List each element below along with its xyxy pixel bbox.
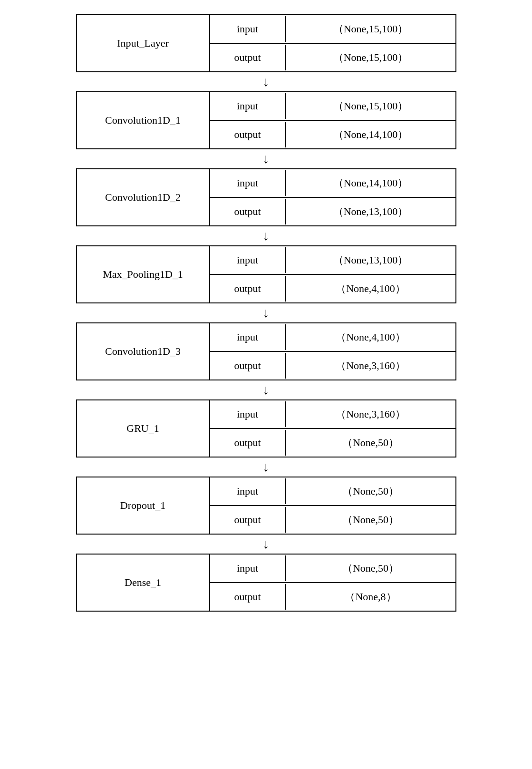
input-value-gru-1: （None,3,160）: [286, 400, 455, 428]
arrow-5: ↓: [263, 458, 270, 477]
input-label-dropout-1: input: [210, 478, 286, 504]
layer-block-conv1d-1: Convolution1D_1input（None,15,100）output（…: [76, 91, 456, 149]
layer-block-input-layer: Input_Layerinput（None,15,100）output（None…: [76, 14, 456, 72]
layer-name-dense-1: Dense_1: [77, 555, 210, 611]
input-row-dense-1: input（None,50）: [210, 555, 455, 583]
layer-name-conv1d-2: Convolution1D_2: [77, 169, 210, 225]
output-value-gru-1: （None,50）: [286, 429, 455, 457]
output-value-conv1d-2: （None,13,100）: [286, 198, 455, 225]
layer-io-gru-1: input（None,3,160）output（None,50）: [210, 400, 455, 457]
input-label-conv1d-3: input: [210, 324, 286, 350]
output-label-max-pooling-1: output: [210, 276, 286, 302]
arrow-1: ↓: [263, 149, 270, 168]
output-label-conv1d-2: output: [210, 199, 286, 224]
input-row-conv1d-2: input（None,14,100）: [210, 169, 455, 198]
output-label-dense-1: output: [210, 584, 286, 610]
layer-block-conv1d-2: Convolution1D_2input（None,14,100）output（…: [76, 168, 456, 226]
input-label-conv1d-1: input: [210, 93, 286, 119]
input-value-max-pooling-1: （None,13,100）: [286, 246, 455, 274]
input-value-conv1d-1: （None,15,100）: [286, 92, 455, 120]
output-row-dropout-1: output（None,50）: [210, 506, 455, 534]
layer-name-dropout-1: Dropout_1: [77, 477, 210, 534]
input-label-max-pooling-1: input: [210, 247, 286, 273]
input-label-dense-1: input: [210, 555, 286, 581]
output-value-dropout-1: （None,50）: [286, 506, 455, 534]
layer-name-input-layer: Input_Layer: [77, 15, 210, 71]
input-row-max-pooling-1: input（None,13,100）: [210, 246, 455, 275]
output-row-input-layer: output（None,15,100）: [210, 44, 455, 71]
layer-io-conv1d-3: input（None,4,100）output（None,3,160）: [210, 323, 455, 380]
layer-block-dropout-1: Dropout_1input（None,50）output（None,50）: [76, 477, 456, 535]
layer-io-conv1d-1: input（None,15,100）output（None,14,100）: [210, 92, 455, 148]
layer-name-conv1d-3: Convolution1D_3: [77, 323, 210, 380]
input-row-dropout-1: input（None,50）: [210, 477, 455, 506]
input-value-conv1d-3: （None,4,100）: [286, 323, 455, 351]
arrow-6: ↓: [263, 535, 270, 554]
layer-io-conv1d-2: input（None,14,100）output（None,13,100）: [210, 169, 455, 225]
layer-name-max-pooling-1: Max_Pooling1D_1: [77, 246, 210, 302]
arrow-2: ↓: [263, 226, 270, 245]
input-row-input-layer: input（None,15,100）: [210, 15, 455, 44]
input-value-dense-1: （None,50）: [286, 555, 455, 582]
output-row-conv1d-3: output（None,3,160）: [210, 352, 455, 380]
output-row-conv1d-2: output（None,13,100）: [210, 198, 455, 225]
output-label-gru-1: output: [210, 430, 286, 456]
layer-name-gru-1: GRU_1: [77, 400, 210, 457]
layer-name-conv1d-1: Convolution1D_1: [77, 92, 210, 148]
output-label-conv1d-3: output: [210, 353, 286, 379]
layer-io-dropout-1: input（None,50）output（None,50）: [210, 477, 455, 534]
layer-io-max-pooling-1: input（None,13,100）output（None,4,100）: [210, 246, 455, 302]
output-row-conv1d-1: output（None,14,100）: [210, 121, 455, 148]
output-label-dropout-1: output: [210, 507, 286, 533]
arrow-0: ↓: [263, 72, 270, 91]
neural-network-diagram: Input_Layerinput（None,15,100）output（None…: [76, 14, 456, 612]
output-label-conv1d-1: output: [210, 122, 286, 147]
input-label-conv1d-2: input: [210, 170, 286, 196]
layer-block-dense-1: Dense_1input（None,50）output（None,8）: [76, 554, 456, 612]
layer-io-input-layer: input（None,15,100）output（None,15,100）: [210, 15, 455, 71]
output-row-max-pooling-1: output（None,4,100）: [210, 275, 455, 302]
arrow-4: ↓: [263, 380, 270, 399]
input-value-dropout-1: （None,50）: [286, 477, 455, 505]
input-label-gru-1: input: [210, 401, 286, 427]
output-row-gru-1: output（None,50）: [210, 429, 455, 457]
arrow-3: ↓: [263, 303, 270, 322]
layer-block-conv1d-3: Convolution1D_3input（None,4,100）output（N…: [76, 322, 456, 380]
output-value-input-layer: （None,15,100）: [286, 44, 455, 71]
output-value-conv1d-3: （None,3,160）: [286, 352, 455, 380]
input-row-conv1d-3: input（None,4,100）: [210, 323, 455, 352]
layer-block-max-pooling-1: Max_Pooling1D_1input（None,13,100）output（…: [76, 245, 456, 303]
input-row-gru-1: input（None,3,160）: [210, 400, 455, 429]
layer-io-dense-1: input（None,50）output（None,8）: [210, 555, 455, 611]
input-value-conv1d-2: （None,14,100）: [286, 169, 455, 197]
input-label-input-layer: input: [210, 16, 286, 42]
output-value-max-pooling-1: （None,4,100）: [286, 275, 455, 302]
layer-block-gru-1: GRU_1input（None,3,160）output（None,50）: [76, 399, 456, 458]
output-value-conv1d-1: （None,14,100）: [286, 121, 455, 148]
output-value-dense-1: （None,8）: [286, 583, 455, 611]
input-row-conv1d-1: input（None,15,100）: [210, 92, 455, 121]
input-value-input-layer: （None,15,100）: [286, 15, 455, 43]
output-label-input-layer: output: [210, 45, 286, 70]
output-row-dense-1: output（None,8）: [210, 583, 455, 611]
